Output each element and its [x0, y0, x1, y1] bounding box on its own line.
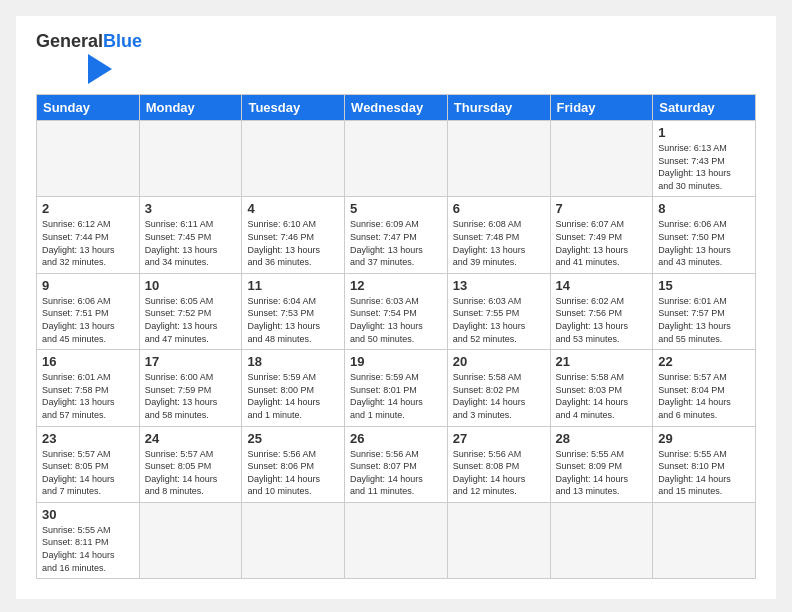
col-sunday: Sunday	[37, 95, 140, 121]
day-info: Sunrise: 6:13 AM Sunset: 7:43 PM Dayligh…	[658, 142, 750, 192]
day-info: Sunrise: 6:00 AM Sunset: 7:59 PM Dayligh…	[145, 371, 237, 421]
calendar-day-cell: 14Sunrise: 6:02 AM Sunset: 7:56 PM Dayli…	[550, 273, 653, 349]
logo-text: GeneralBlue	[36, 32, 142, 50]
day-number: 10	[145, 278, 237, 293]
calendar-week-row: 30Sunrise: 5:55 AM Sunset: 8:11 PM Dayli…	[37, 502, 756, 578]
day-info: Sunrise: 6:06 AM Sunset: 7:50 PM Dayligh…	[658, 218, 750, 268]
day-info: Sunrise: 5:59 AM Sunset: 8:00 PM Dayligh…	[247, 371, 339, 421]
calendar-day-cell: 5Sunrise: 6:09 AM Sunset: 7:47 PM Daylig…	[345, 197, 448, 273]
calendar-day-cell: 27Sunrise: 5:56 AM Sunset: 8:08 PM Dayli…	[447, 426, 550, 502]
calendar-week-row: 16Sunrise: 6:01 AM Sunset: 7:58 PM Dayli…	[37, 350, 756, 426]
calendar-week-row: 9Sunrise: 6:06 AM Sunset: 7:51 PM Daylig…	[37, 273, 756, 349]
day-number: 30	[42, 507, 134, 522]
day-number: 26	[350, 431, 442, 446]
day-info: Sunrise: 6:03 AM Sunset: 7:55 PM Dayligh…	[453, 295, 545, 345]
calendar-day-cell	[345, 121, 448, 197]
day-info: Sunrise: 6:11 AM Sunset: 7:45 PM Dayligh…	[145, 218, 237, 268]
calendar-table: Sunday Monday Tuesday Wednesday Thursday…	[36, 94, 756, 579]
day-info: Sunrise: 6:01 AM Sunset: 7:58 PM Dayligh…	[42, 371, 134, 421]
day-number: 15	[658, 278, 750, 293]
day-number: 21	[556, 354, 648, 369]
calendar-day-cell: 13Sunrise: 6:03 AM Sunset: 7:55 PM Dayli…	[447, 273, 550, 349]
day-number: 3	[145, 201, 237, 216]
day-info: Sunrise: 5:58 AM Sunset: 8:02 PM Dayligh…	[453, 371, 545, 421]
col-monday: Monday	[139, 95, 242, 121]
calendar-day-cell: 15Sunrise: 6:01 AM Sunset: 7:57 PM Dayli…	[653, 273, 756, 349]
calendar-day-cell: 6Sunrise: 6:08 AM Sunset: 7:48 PM Daylig…	[447, 197, 550, 273]
day-info: Sunrise: 5:55 AM Sunset: 8:11 PM Dayligh…	[42, 524, 134, 574]
day-number: 8	[658, 201, 750, 216]
calendar-day-cell: 26Sunrise: 5:56 AM Sunset: 8:07 PM Dayli…	[345, 426, 448, 502]
col-thursday: Thursday	[447, 95, 550, 121]
logo: GeneralBlue	[36, 32, 142, 84]
day-info: Sunrise: 6:08 AM Sunset: 7:48 PM Dayligh…	[453, 218, 545, 268]
calendar-day-cell: 23Sunrise: 5:57 AM Sunset: 8:05 PM Dayli…	[37, 426, 140, 502]
day-info: Sunrise: 5:55 AM Sunset: 8:10 PM Dayligh…	[658, 448, 750, 498]
calendar-day-cell: 10Sunrise: 6:05 AM Sunset: 7:52 PM Dayli…	[139, 273, 242, 349]
day-number: 18	[247, 354, 339, 369]
calendar-day-cell: 3Sunrise: 6:11 AM Sunset: 7:45 PM Daylig…	[139, 197, 242, 273]
day-number: 5	[350, 201, 442, 216]
calendar-day-cell	[139, 121, 242, 197]
calendar-week-row: 23Sunrise: 5:57 AM Sunset: 8:05 PM Dayli…	[37, 426, 756, 502]
calendar-day-cell	[447, 121, 550, 197]
calendar-day-cell: 16Sunrise: 6:01 AM Sunset: 7:58 PM Dayli…	[37, 350, 140, 426]
day-info: Sunrise: 6:02 AM Sunset: 7:56 PM Dayligh…	[556, 295, 648, 345]
logo-blue: Blue	[103, 31, 142, 51]
calendar-day-cell	[242, 502, 345, 578]
day-number: 13	[453, 278, 545, 293]
calendar-day-cell	[653, 502, 756, 578]
calendar-day-cell: 7Sunrise: 6:07 AM Sunset: 7:49 PM Daylig…	[550, 197, 653, 273]
calendar-day-cell: 1Sunrise: 6:13 AM Sunset: 7:43 PM Daylig…	[653, 121, 756, 197]
day-info: Sunrise: 5:57 AM Sunset: 8:05 PM Dayligh…	[145, 448, 237, 498]
day-number: 28	[556, 431, 648, 446]
calendar-day-cell: 18Sunrise: 5:59 AM Sunset: 8:00 PM Dayli…	[242, 350, 345, 426]
col-wednesday: Wednesday	[345, 95, 448, 121]
day-number: 16	[42, 354, 134, 369]
calendar-day-cell: 21Sunrise: 5:58 AM Sunset: 8:03 PM Dayli…	[550, 350, 653, 426]
calendar-day-cell: 22Sunrise: 5:57 AM Sunset: 8:04 PM Dayli…	[653, 350, 756, 426]
day-number: 2	[42, 201, 134, 216]
day-number: 19	[350, 354, 442, 369]
day-number: 11	[247, 278, 339, 293]
calendar-day-cell: 24Sunrise: 5:57 AM Sunset: 8:05 PM Dayli…	[139, 426, 242, 502]
calendar-day-cell: 19Sunrise: 5:59 AM Sunset: 8:01 PM Dayli…	[345, 350, 448, 426]
calendar-day-cell: 17Sunrise: 6:00 AM Sunset: 7:59 PM Dayli…	[139, 350, 242, 426]
day-info: Sunrise: 6:05 AM Sunset: 7:52 PM Dayligh…	[145, 295, 237, 345]
day-number: 24	[145, 431, 237, 446]
calendar-day-cell: 20Sunrise: 5:58 AM Sunset: 8:02 PM Dayli…	[447, 350, 550, 426]
day-info: Sunrise: 6:10 AM Sunset: 7:46 PM Dayligh…	[247, 218, 339, 268]
day-info: Sunrise: 5:57 AM Sunset: 8:04 PM Dayligh…	[658, 371, 750, 421]
day-info: Sunrise: 6:12 AM Sunset: 7:44 PM Dayligh…	[42, 218, 134, 268]
day-info: Sunrise: 5:56 AM Sunset: 8:06 PM Dayligh…	[247, 448, 339, 498]
day-number: 6	[453, 201, 545, 216]
day-number: 29	[658, 431, 750, 446]
calendar-day-cell: 8Sunrise: 6:06 AM Sunset: 7:50 PM Daylig…	[653, 197, 756, 273]
calendar-day-cell: 12Sunrise: 6:03 AM Sunset: 7:54 PM Dayli…	[345, 273, 448, 349]
day-info: Sunrise: 6:04 AM Sunset: 7:53 PM Dayligh…	[247, 295, 339, 345]
calendar-day-cell	[550, 121, 653, 197]
day-number: 12	[350, 278, 442, 293]
calendar-day-cell	[242, 121, 345, 197]
calendar-week-row: 2Sunrise: 6:12 AM Sunset: 7:44 PM Daylig…	[37, 197, 756, 273]
day-number: 4	[247, 201, 339, 216]
calendar-day-cell: 11Sunrise: 6:04 AM Sunset: 7:53 PM Dayli…	[242, 273, 345, 349]
calendar-day-cell: 9Sunrise: 6:06 AM Sunset: 7:51 PM Daylig…	[37, 273, 140, 349]
day-number: 7	[556, 201, 648, 216]
day-number: 27	[453, 431, 545, 446]
col-tuesday: Tuesday	[242, 95, 345, 121]
col-saturday: Saturday	[653, 95, 756, 121]
day-info: Sunrise: 6:07 AM Sunset: 7:49 PM Dayligh…	[556, 218, 648, 268]
day-info: Sunrise: 5:56 AM Sunset: 8:07 PM Dayligh…	[350, 448, 442, 498]
day-info: Sunrise: 5:58 AM Sunset: 8:03 PM Dayligh…	[556, 371, 648, 421]
calendar-day-cell: 25Sunrise: 5:56 AM Sunset: 8:06 PM Dayli…	[242, 426, 345, 502]
day-number: 22	[658, 354, 750, 369]
day-info: Sunrise: 6:09 AM Sunset: 7:47 PM Dayligh…	[350, 218, 442, 268]
calendar-day-cell	[550, 502, 653, 578]
calendar-day-cell	[37, 121, 140, 197]
day-number: 17	[145, 354, 237, 369]
calendar-week-row: 1Sunrise: 6:13 AM Sunset: 7:43 PM Daylig…	[37, 121, 756, 197]
day-info: Sunrise: 5:59 AM Sunset: 8:01 PM Dayligh…	[350, 371, 442, 421]
page: GeneralBlue Sunday Monday Tuesday Wednes…	[16, 16, 776, 599]
calendar-day-cell	[139, 502, 242, 578]
